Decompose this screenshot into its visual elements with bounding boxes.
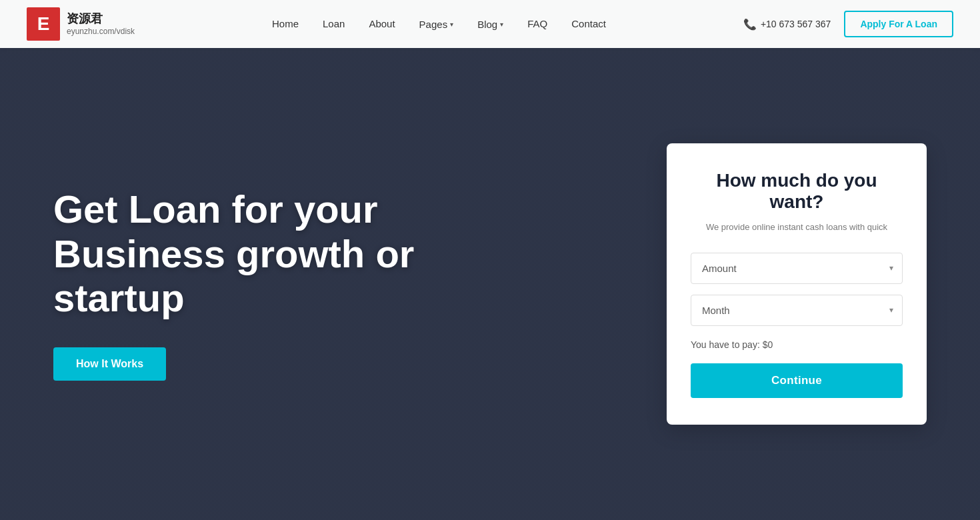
pages-dropdown-arrow: ▾ — [450, 21, 453, 28]
nav-link-faq[interactable]: FAQ — [527, 18, 547, 29]
nav-item-blog[interactable]: Blog ▾ — [477, 19, 503, 30]
nav-right: 📞 +10 673 567 367 Apply For A Loan — [743, 11, 953, 37]
phone-number: +10 673 567 367 — [761, 19, 831, 29]
logo-icon: E — [27, 7, 60, 41]
nav-item-home[interactable]: Home — [272, 18, 299, 30]
nav-item-loan[interactable]: Loan — [323, 18, 345, 30]
nav-link-home[interactable]: Home — [272, 18, 299, 29]
nav-item-about[interactable]: About — [369, 18, 395, 30]
navbar: E 资源君 eyunzhu.com/vdisk Home Loan About … — [0, 0, 980, 48]
nav-link-blog[interactable]: Blog ▾ — [477, 19, 503, 30]
phone-icon: 📞 — [743, 18, 757, 31]
logo-url: eyunzhu.com/vdisk — [67, 27, 135, 36]
nav-item-pages[interactable]: Pages ▾ — [419, 19, 454, 30]
logo-link[interactable]: E 资源君 eyunzhu.com/vdisk — [27, 7, 135, 41]
calc-subtitle: We provide online instant cash loans wit… — [691, 221, 903, 234]
phone-area: 📞 +10 673 567 367 — [743, 18, 831, 31]
hero-content: Get Loan for your Business growth or sta… — [53, 187, 420, 381]
hero-section: Get Loan for your Business growth or sta… — [0, 48, 980, 520]
nav-link-loan[interactable]: Loan — [323, 18, 345, 29]
pay-info: You have to pay: $0 — [691, 339, 903, 350]
calculator-card: How much do you want? We provide online … — [667, 143, 927, 425]
continue-button[interactable]: Continue — [691, 363, 903, 398]
calc-title: How much do you want? — [691, 170, 903, 213]
nav-link-pages[interactable]: Pages ▾ — [419, 19, 454, 30]
logo-text: 资源君 eyunzhu.com/vdisk — [67, 12, 135, 36]
blog-dropdown-arrow: ▾ — [500, 21, 503, 28]
month-select-wrapper: Month 3 Months 6 Months 12 Months 24 Mon… — [691, 295, 903, 326]
apply-for-loan-button[interactable]: Apply For A Loan — [844, 11, 953, 37]
nav-links: Home Loan About Pages ▾ Blog ▾ FAQ Conta… — [272, 18, 606, 30]
how-it-works-button[interactable]: How It Works — [53, 347, 166, 381]
logo-chinese-name: 资源君 — [67, 12, 135, 27]
nav-item-faq[interactable]: FAQ — [527, 18, 547, 30]
hero-title: Get Loan for your Business growth or sta… — [53, 187, 420, 321]
nav-item-contact[interactable]: Contact — [571, 18, 606, 30]
nav-link-contact[interactable]: Contact — [571, 18, 606, 29]
amount-select[interactable]: Amount $1,000 $5,000 $10,000 $25,000 $50… — [691, 253, 903, 284]
month-select[interactable]: Month 3 Months 6 Months 12 Months 24 Mon… — [691, 295, 903, 326]
amount-select-wrapper: Amount $1,000 $5,000 $10,000 $25,000 $50… — [691, 253, 903, 284]
nav-link-about[interactable]: About — [369, 18, 395, 29]
